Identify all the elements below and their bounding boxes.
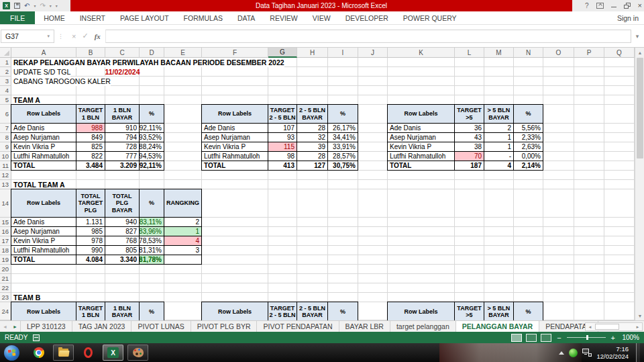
column-header-d[interactable]: D bbox=[140, 48, 164, 58]
cell-a2[interactable]: UPDATE S/D TGL bbox=[11, 67, 70, 77]
sheet-tab-pivot-plg-byr[interactable]: PIVOT PLG BYR bbox=[191, 321, 258, 332]
table-header-cell[interactable]: RANGKING bbox=[164, 189, 202, 218]
table-cell[interactable]: 0,00% bbox=[514, 152, 543, 161]
scroll-down-icon[interactable]: ▼ bbox=[635, 311, 644, 320]
table-header-cell[interactable]: TARGET 2 - 5 BLN bbox=[268, 302, 297, 320]
table-cell[interactable]: 822 bbox=[76, 152, 105, 161]
redo-dropdown-icon[interactable]: ▾ bbox=[50, 3, 52, 8]
enter-icon[interactable]: ✓ bbox=[82, 32, 88, 40]
minimize-icon[interactable] bbox=[611, 7, 616, 7]
table-header-cell[interactable]: % bbox=[514, 302, 543, 320]
table-cell[interactable]: 32 bbox=[297, 133, 328, 142]
name-box[interactable]: G37▾ bbox=[1, 30, 54, 43]
table-header-cell[interactable]: TARGET 1 BLN bbox=[76, 302, 105, 320]
table-header-cell[interactable]: > 5 BLN BAYAR bbox=[484, 105, 514, 124]
zoom-level[interactable]: 100% bbox=[621, 334, 639, 341]
save-icon[interactable] bbox=[14, 3, 20, 9]
redo-icon[interactable]: ↷ bbox=[40, 3, 45, 9]
table-cell[interactable]: 827 bbox=[105, 227, 140, 236]
table-cell[interactable]: 127 bbox=[297, 161, 328, 171]
table-cell[interactable]: 28 bbox=[297, 152, 328, 161]
ribbon-tab-formulas[interactable]: FORMULAS bbox=[176, 11, 230, 24]
table-header-cell[interactable]: TARGET 1 BLN bbox=[76, 105, 105, 124]
help-icon[interactable]: ? bbox=[585, 2, 589, 9]
table-header-cell[interactable]: Row Labels bbox=[11, 189, 76, 218]
row-label-cell[interactable]: TOTAL bbox=[202, 161, 268, 171]
cell-a23[interactable]: TEAM B bbox=[11, 293, 40, 302]
table-cell[interactable]: 43 bbox=[455, 133, 484, 142]
row-header-18[interactable]: 18 bbox=[0, 246, 11, 255]
table-cell[interactable]: 910 bbox=[105, 124, 140, 133]
name-box-dropdown-icon[interactable]: ▾ bbox=[47, 34, 50, 39]
column-header-n[interactable]: N bbox=[514, 48, 543, 58]
table-cell[interactable]: 70 bbox=[455, 152, 484, 161]
ribbon-tab-data[interactable]: DATA bbox=[230, 11, 262, 24]
sheet-nav-right-icon[interactable]: ► bbox=[10, 321, 20, 332]
table-cell[interactable]: 33,91% bbox=[328, 142, 358, 152]
column-header-l[interactable]: L bbox=[455, 48, 484, 58]
table-header-cell[interactable]: Row Labels bbox=[388, 302, 455, 320]
table-header-cell[interactable]: TOTAL TARGET PLG bbox=[76, 189, 105, 218]
row-label-cell[interactable]: Lutfhi Rahmatulloh bbox=[11, 152, 76, 161]
table-cell[interactable]: 1.131 bbox=[76, 218, 105, 227]
sheet-tab-target-pelanggan[interactable]: target pelanggan bbox=[390, 321, 456, 332]
table-cell[interactable]: 92,11% bbox=[140, 161, 164, 171]
table-cell[interactable]: 5,56% bbox=[514, 124, 543, 133]
table-cell[interactable]: 28 bbox=[297, 124, 328, 133]
undo-icon[interactable]: ↶ bbox=[24, 3, 30, 9]
cell-a3[interactable]: CABANG TAROGONG KALER bbox=[11, 77, 111, 86]
ribbon-tab-home[interactable]: HOME bbox=[36, 11, 72, 24]
ribbon-tab-review[interactable]: REVIEW bbox=[262, 11, 305, 24]
row-label-cell[interactable]: Kevin Vikria P bbox=[11, 236, 76, 246]
scroll-left-icon[interactable]: ◄ bbox=[586, 323, 594, 330]
excel-taskbar-button[interactable]: X bbox=[103, 345, 123, 361]
table-header-cell[interactable]: TARGET 2 - 5 BLN bbox=[268, 105, 297, 124]
row-header-8[interactable]: 8 bbox=[0, 133, 11, 142]
table-cell[interactable]: 3 bbox=[164, 246, 202, 255]
table-cell[interactable]: - bbox=[484, 152, 514, 161]
row-label-cell[interactable]: Ade Danis bbox=[388, 124, 455, 133]
table-cell[interactable]: 2,33% bbox=[514, 133, 543, 142]
row-label-cell[interactable]: TOTAL bbox=[11, 161, 76, 171]
table-cell[interactable]: 1 bbox=[484, 133, 514, 142]
sheet-tab-pivot-pendapatan[interactable]: PIVOT PENDAPATAN bbox=[257, 321, 339, 332]
row-header-21[interactable]: 21 bbox=[0, 274, 11, 283]
column-header-h[interactable]: H bbox=[297, 48, 328, 58]
sheet-tab-lpp-310123[interactable]: LPP 310123 bbox=[20, 321, 72, 332]
row-header-10[interactable]: 10 bbox=[0, 152, 11, 161]
zoom-out-icon[interactable]: − bbox=[555, 334, 562, 342]
column-header-c[interactable]: C bbox=[105, 48, 140, 58]
column-header-j[interactable]: J bbox=[358, 48, 388, 58]
column-header-a[interactable]: A bbox=[11, 48, 76, 58]
macro-record-icon[interactable] bbox=[33, 334, 40, 341]
table-cell[interactable]: 187 bbox=[455, 161, 484, 171]
table-cell[interactable]: 28,57% bbox=[328, 152, 358, 161]
table-header-cell[interactable]: Row Labels bbox=[202, 302, 268, 320]
table-cell[interactable]: 78,53% bbox=[140, 236, 164, 246]
restore-icon[interactable] bbox=[624, 3, 631, 9]
chrome-taskbar-button[interactable] bbox=[28, 345, 49, 361]
zoom-in-icon[interactable]: + bbox=[610, 334, 616, 342]
table-cell[interactable]: 988 bbox=[76, 124, 105, 133]
table-header-cell[interactable]: 1 BLN BAYAR bbox=[105, 302, 140, 320]
table-cell[interactable]: 83,96% bbox=[140, 227, 164, 236]
table-header-cell[interactable]: 2 - 5 BLN BAYAR bbox=[297, 105, 328, 124]
antivirus-tray-icon[interactable] bbox=[569, 349, 578, 357]
ribbon-tab-view[interactable]: VIEW bbox=[305, 11, 338, 24]
table-header-cell[interactable]: % bbox=[140, 189, 164, 218]
table-cell[interactable]: 728 bbox=[105, 142, 140, 152]
table-header-cell[interactable]: % bbox=[328, 302, 358, 320]
table-header-cell[interactable]: Row Labels bbox=[11, 302, 76, 320]
table-header-cell[interactable]: Row Labels bbox=[202, 105, 268, 124]
ribbon-tab-power-query[interactable]: POWER QUERY bbox=[396, 11, 464, 24]
column-header-f[interactable]: F bbox=[202, 48, 268, 58]
column-header-q[interactable]: Q bbox=[604, 48, 635, 58]
sheet-tab-pivot-lunas[interactable]: PIVOT LUNAS bbox=[131, 321, 191, 332]
table-cell[interactable]: 4.084 bbox=[76, 255, 105, 265]
vertical-scroll-thumb[interactable] bbox=[637, 58, 643, 159]
select-all-corner[interactable] bbox=[0, 48, 11, 58]
row-label-cell[interactable]: Asep Nurjaman bbox=[202, 133, 268, 142]
cell-a13[interactable]: TOTAL TEAM A bbox=[11, 180, 65, 189]
table-cell[interactable]: 92,11% bbox=[140, 124, 164, 133]
table-cell[interactable]: 30,75% bbox=[328, 161, 358, 171]
